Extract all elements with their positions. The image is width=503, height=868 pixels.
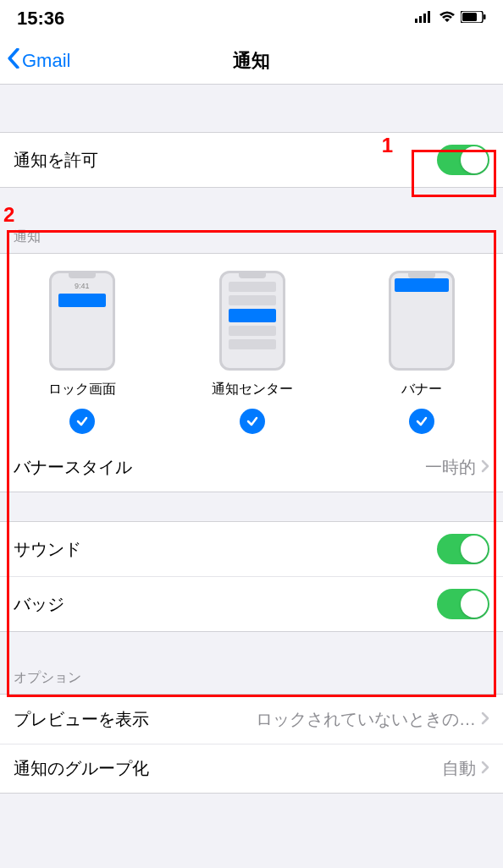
badges-label: バッジ [14,593,64,616]
lock-preview-time: 9:41 [52,282,113,290]
battery-icon [461,11,486,26]
banners-label: バナー [401,381,442,398]
svg-rect-6 [484,14,486,19]
show-previews-value: ロックされていないときの… [256,708,476,731]
chevron-left-icon [7,48,20,74]
sounds-row: サウンド [0,522,503,576]
grouping-label: 通知のグループ化 [14,757,149,780]
options-section-header: オプション [0,662,503,694]
notification-center-option[interactable]: 通知センター [212,271,293,434]
svg-rect-0 [415,19,417,23]
grouping-row[interactable]: 通知のグループ化 自動 [0,744,503,793]
badges-toggle[interactable] [437,589,489,619]
chevron-right-icon [481,458,489,477]
notification-center-preview [219,271,285,371]
allow-notifications-row: 通知を許可 [0,133,503,187]
status-icons [415,11,486,26]
svg-rect-3 [428,11,430,23]
banner-style-value: 一時的 [425,456,476,479]
badges-row: バッジ [0,576,503,631]
page-title: 通知 [233,48,270,74]
lock-screen-option[interactable]: 9:41 ロック画面 [48,271,116,434]
alerts-section-header: 通知 [0,222,503,253]
banners-checkmark[interactable] [409,409,434,434]
lock-screen-label: ロック画面 [48,381,116,398]
banners-option[interactable]: バナー [389,271,455,434]
allow-notifications-toggle[interactable] [437,145,489,175]
allow-notifications-label: 通知を許可 [14,149,98,172]
back-label: Gmail [22,50,70,72]
banner-style-label: バナースタイル [14,456,132,479]
lock-screen-checkmark[interactable] [69,409,95,434]
status-time: 15:36 [17,8,64,30]
svg-rect-2 [423,14,426,23]
alerts-row: 9:41 ロック画面 通知センター [0,254,503,442]
notification-center-label: 通知センター [212,381,293,398]
svg-rect-5 [462,13,477,21]
grouping-value: 自動 [442,757,476,780]
cellular-icon [415,11,434,26]
nav-bar: Gmail 通知 [0,37,503,85]
svg-rect-1 [419,16,422,23]
sounds-label: サウンド [14,538,81,561]
status-bar: 15:36 [0,0,503,37]
notification-center-checkmark[interactable] [240,409,265,434]
show-previews-label: プレビューを表示 [14,708,149,731]
lock-screen-preview: 9:41 [49,271,115,371]
chevron-right-icon [481,710,489,729]
back-button[interactable]: Gmail [0,48,70,74]
wifi-icon [439,11,456,26]
banner-style-row[interactable]: バナースタイル 一時的 [0,442,503,492]
chevron-right-icon [481,759,489,778]
show-previews-row[interactable]: プレビューを表示 ロックされていないときの… [0,695,503,744]
banners-preview [389,271,455,371]
sounds-toggle[interactable] [437,534,489,564]
